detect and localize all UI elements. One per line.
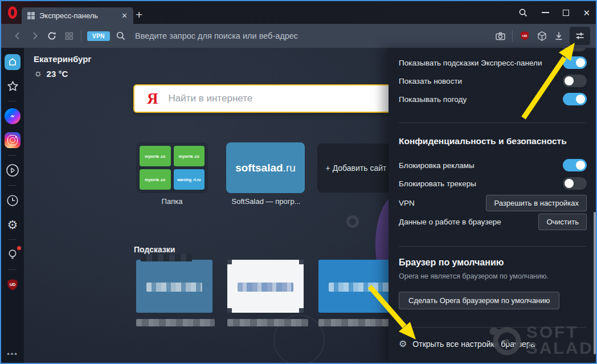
- home-icon: [7, 57, 18, 67]
- toggle-show-suggestions[interactable]: [563, 56, 587, 69]
- navigation-toolbar: VPN Введите запрос для поиска или веб-ад…: [1, 24, 596, 48]
- toggle-show-weather[interactable]: [563, 93, 587, 105]
- setting-row-weather: Показывать погоду: [399, 93, 587, 105]
- setting-row-suggestions: Показывать подсказки Экспресс-панели: [399, 56, 587, 69]
- reload-button[interactable]: [43, 27, 60, 44]
- ublock-extension-icon[interactable]: UD: [516, 27, 533, 44]
- sidebar: ⚙ UD •••: [1, 48, 24, 364]
- title-bar: Экспресс-панель ✕ + ✕: [1, 1, 596, 24]
- folder-tile-label: Папка: [136, 197, 208, 206]
- softsalad-watermark: SOFT SALAD: [488, 322, 594, 358]
- speed-dial-button[interactable]: [60, 27, 77, 44]
- search-input[interactable]: Найти в интернете: [169, 93, 253, 104]
- sidebar-settings-button[interactable]: ⚙: [5, 216, 21, 232]
- suggestion-tile-label: [136, 319, 215, 326]
- gear-icon: ⚙: [7, 219, 18, 231]
- new-tab-button[interactable]: +: [136, 8, 142, 22]
- forward-button[interactable]: [26, 27, 43, 44]
- suggestion-tile[interactable]: [136, 260, 212, 313]
- close-button[interactable]: ✕: [583, 9, 590, 17]
- messenger-bolt-icon: [9, 112, 17, 120]
- speed-dial-tile-softsalad[interactable]: softsalad.ru: [226, 142, 305, 193]
- suggestion-tile-label: [318, 319, 389, 326]
- sun-icon: ☼: [34, 68, 43, 79]
- sidebar-more-button[interactable]: •••: [7, 350, 18, 358]
- clipped-toggle[interactable]: [563, 48, 587, 51]
- toolbar-divider: [512, 30, 513, 42]
- sidebar-player-button[interactable]: [5, 162, 21, 178]
- sidebar-divider: [9, 185, 17, 186]
- easy-setup-panel: Показывать подсказки Экспресс-панели Пок…: [389, 48, 597, 364]
- add-site-tile[interactable]: + Добавить сайт: [317, 144, 389, 193]
- yandex-search-bar[interactable]: Я Найти в интернете: [133, 84, 389, 113]
- clear-data-button[interactable]: Очистить: [538, 214, 587, 230]
- suggestions-heading: Подсказки: [134, 245, 175, 254]
- sidebar-divider: [9, 101, 17, 101]
- sidebar-divider: [9, 155, 17, 156]
- star-icon: [7, 80, 19, 92]
- speed-dial-grid-icon: [27, 12, 35, 19]
- add-site-label: + Добавить сайт: [326, 163, 387, 173]
- sidebar-ublock-button[interactable]: UD: [5, 277, 21, 293]
- sidebar-history-button[interactable]: [5, 193, 21, 208]
- panel-divider: [399, 122, 587, 123]
- suggestion-tile-label: [227, 319, 308, 326]
- suggestion-tile[interactable]: [318, 260, 389, 313]
- folder-mini-tile: warning. rt.ru: [174, 169, 205, 190]
- yandex-logo: Я: [147, 90, 158, 108]
- setting-row-browser-data: Данные о работе в браузере Очистить: [399, 214, 587, 230]
- folder-mini-tile: myseria .co: [140, 169, 171, 190]
- vpn-allow-button[interactable]: Разрешить в настройках: [486, 195, 587, 211]
- sidebar-messenger-button[interactable]: [5, 108, 21, 124]
- lightbulb-icon: [7, 248, 18, 261]
- folder-mini-tile: myseria .co: [140, 146, 171, 166]
- sidebar-divider: [9, 269, 17, 270]
- easy-setup-button[interactable]: [570, 27, 590, 45]
- suggestion-tile[interactable]: [227, 260, 304, 313]
- sidebar-snapshot-button[interactable]: [5, 247, 21, 263]
- make-default-button[interactable]: Сделать Opera браузером по умолчанию: [399, 292, 559, 309]
- tab-express-panel[interactable]: Экспресс-панель ✕: [22, 7, 133, 24]
- downloads-icon[interactable]: [550, 27, 567, 44]
- address-search-icon: [112, 27, 129, 44]
- panel-scrollbar[interactable]: [594, 212, 596, 354]
- titlebar-search-icon[interactable]: [518, 8, 528, 18]
- back-button[interactable]: [9, 27, 26, 44]
- toolbar-divider: [81, 30, 81, 42]
- toggle-block-trackers[interactable]: [563, 177, 587, 190]
- watermark-line1: SOFT: [526, 324, 594, 340]
- tab-close-icon[interactable]: ✕: [120, 11, 129, 20]
- sidebar-bookmarks-button[interactable]: [5, 78, 21, 94]
- clipped-setting-row: [399, 48, 587, 52]
- softsalad-tile-label: SoftSalad — прогр...: [212, 197, 320, 206]
- speed-dial-folder-tile[interactable]: myseria .co myseria .co myseria .co warn…: [136, 142, 208, 193]
- ublock-shield-icon: UD: [6, 279, 19, 291]
- vpn-badge[interactable]: VPN: [87, 31, 110, 41]
- tab-title: Экспресс-панель: [39, 11, 120, 20]
- clock-icon: [6, 194, 19, 207]
- snapshot-camera-icon[interactable]: [492, 27, 509, 44]
- sidebar-instagram-button[interactable]: [5, 132, 21, 148]
- opera-logo-icon[interactable]: [8, 6, 17, 19]
- weather-city: Екатеринбург: [34, 54, 92, 64]
- privacy-heading: Конфиденциальность и безопасность: [399, 136, 567, 146]
- svg-text:UD: UD: [522, 34, 528, 38]
- sidebar-divider: [9, 239, 17, 240]
- default-browser-subtext: Opera не является браузером по умолчанию…: [399, 272, 549, 280]
- weather-widget[interactable]: Екатеринбург ☼ 23 °C: [34, 54, 92, 79]
- toggle-show-news[interactable]: [563, 75, 587, 87]
- folder-mini-tile: myseria .co: [174, 146, 205, 166]
- address-bar-input[interactable]: Введите запрос для поиска или веб-адрес: [135, 31, 492, 40]
- setting-row-adblock: Блокировка рекламы: [399, 159, 587, 171]
- toggle-ad-blocking[interactable]: [563, 159, 587, 171]
- play-icon: [6, 163, 19, 177]
- softsalad-logo-icon: [488, 322, 524, 358]
- sliders-icon: [575, 31, 585, 41]
- gear-icon: ⚙: [399, 340, 407, 349]
- crypto-wallet-cube-icon[interactable]: [533, 27, 550, 44]
- svg-text:UD: UD: [10, 282, 16, 287]
- setting-row-news: Показать новости: [399, 75, 587, 87]
- sidebar-speed-dial-button[interactable]: [5, 54, 21, 70]
- minimize-button[interactable]: [542, 12, 549, 13]
- maximize-button[interactable]: [563, 10, 569, 16]
